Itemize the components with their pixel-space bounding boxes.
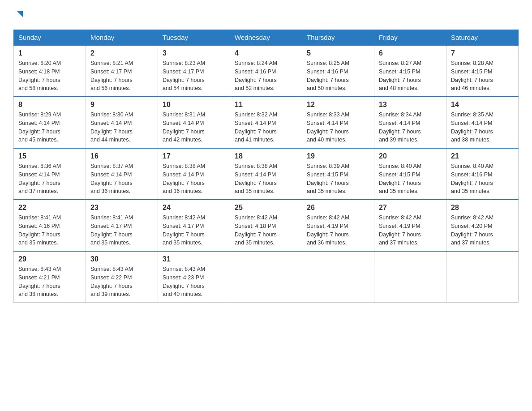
day-info: Sunrise: 8:43 AMSunset: 4:22 PMDaylight:… xyxy=(90,265,153,299)
day-info: Sunrise: 8:28 AMSunset: 4:15 PMDaylight:… xyxy=(451,59,514,93)
day-info: Sunrise: 8:42 AMSunset: 4:20 PMDaylight:… xyxy=(451,214,514,247)
calendar-week-4: 22 Sunrise: 8:41 AMSunset: 4:16 PMDaylig… xyxy=(14,200,519,251)
calendar-week-1: 1 Sunrise: 8:20 AMSunset: 4:18 PMDayligh… xyxy=(14,45,519,97)
day-info: Sunrise: 8:42 AMSunset: 4:19 PMDaylight:… xyxy=(307,214,369,247)
day-number: 5 xyxy=(307,49,369,57)
header-wednesday: Wednesday xyxy=(230,30,302,46)
header-sunday: Sunday xyxy=(14,30,86,46)
day-number: 1 xyxy=(18,49,81,57)
calendar-cell: 16 Sunrise: 8:37 AMSunset: 4:14 PMDaylig… xyxy=(86,148,158,200)
day-info: Sunrise: 8:42 AMSunset: 4:19 PMDaylight:… xyxy=(379,214,442,247)
calendar-cell: 17 Sunrise: 8:38 AMSunset: 4:14 PMDaylig… xyxy=(158,148,230,200)
header-monday: Monday xyxy=(86,30,158,46)
calendar-cell: 8 Sunrise: 8:29 AMSunset: 4:14 PMDayligh… xyxy=(14,97,86,148)
calendar-header-row: SundayMondayTuesdayWednesdayThursdayFrid… xyxy=(14,30,519,46)
calendar-cell xyxy=(302,251,374,303)
day-info: Sunrise: 8:34 AMSunset: 4:14 PMDaylight:… xyxy=(379,111,442,144)
header-thursday: Thursday xyxy=(302,30,374,46)
calendar-cell: 13 Sunrise: 8:34 AMSunset: 4:14 PMDaylig… xyxy=(374,97,446,148)
day-info: Sunrise: 8:27 AMSunset: 4:15 PMDaylight:… xyxy=(379,59,442,93)
day-info: Sunrise: 8:33 AMSunset: 4:14 PMDaylight:… xyxy=(307,111,369,144)
calendar-week-3: 15 Sunrise: 8:36 AMSunset: 4:14 PMDaylig… xyxy=(14,148,519,200)
day-number: 31 xyxy=(163,255,225,263)
day-info: Sunrise: 8:43 AMSunset: 4:23 PMDaylight:… xyxy=(163,265,225,299)
calendar-cell: 23 Sunrise: 8:41 AMSunset: 4:17 PMDaylig… xyxy=(86,200,158,251)
svg-marker-0 xyxy=(17,11,23,17)
calendar-cell: 25 Sunrise: 8:42 AMSunset: 4:18 PMDaylig… xyxy=(230,200,302,251)
day-info: Sunrise: 8:42 AMSunset: 4:17 PMDaylight:… xyxy=(163,214,225,247)
day-number: 12 xyxy=(307,101,369,109)
calendar-cell: 4 Sunrise: 8:24 AMSunset: 4:16 PMDayligh… xyxy=(230,45,302,97)
day-info: Sunrise: 8:30 AMSunset: 4:14 PMDaylight:… xyxy=(90,111,153,144)
day-info: Sunrise: 8:21 AMSunset: 4:17 PMDaylight:… xyxy=(90,59,153,93)
logo xyxy=(13,9,25,21)
day-number: 29 xyxy=(18,255,81,263)
day-info: Sunrise: 8:20 AMSunset: 4:18 PMDaylight:… xyxy=(18,59,81,93)
day-number: 18 xyxy=(235,152,297,160)
day-number: 30 xyxy=(90,255,153,263)
day-info: Sunrise: 8:42 AMSunset: 4:18 PMDaylight:… xyxy=(235,214,297,247)
day-number: 6 xyxy=(379,49,442,57)
day-info: Sunrise: 8:32 AMSunset: 4:14 PMDaylight:… xyxy=(235,111,297,144)
day-number: 17 xyxy=(163,152,225,160)
calendar-cell xyxy=(374,251,446,303)
day-number: 26 xyxy=(307,204,369,212)
day-number: 10 xyxy=(163,101,225,109)
day-number: 14 xyxy=(451,101,514,109)
calendar-cell: 27 Sunrise: 8:42 AMSunset: 4:19 PMDaylig… xyxy=(374,200,446,251)
day-info: Sunrise: 8:41 AMSunset: 4:16 PMDaylight:… xyxy=(18,214,81,247)
calendar-week-5: 29 Sunrise: 8:43 AMSunset: 4:21 PMDaylig… xyxy=(14,251,519,303)
day-info: Sunrise: 8:25 AMSunset: 4:16 PMDaylight:… xyxy=(307,59,369,93)
calendar-cell: 24 Sunrise: 8:42 AMSunset: 4:17 PMDaylig… xyxy=(158,200,230,251)
day-number: 27 xyxy=(379,204,442,212)
day-info: Sunrise: 8:41 AMSunset: 4:17 PMDaylight:… xyxy=(90,214,153,247)
day-number: 4 xyxy=(235,49,297,57)
day-number: 11 xyxy=(235,101,297,109)
day-info: Sunrise: 8:43 AMSunset: 4:21 PMDaylight:… xyxy=(18,265,81,299)
day-info: Sunrise: 8:24 AMSunset: 4:16 PMDaylight:… xyxy=(235,59,297,93)
day-info: Sunrise: 8:40 AMSunset: 4:15 PMDaylight:… xyxy=(379,162,442,196)
day-info: Sunrise: 8:23 AMSunset: 4:17 PMDaylight:… xyxy=(163,59,225,93)
day-info: Sunrise: 8:37 AMSunset: 4:14 PMDaylight:… xyxy=(90,162,153,196)
logo-arrow-icon xyxy=(15,9,25,21)
day-number: 2 xyxy=(90,49,153,57)
day-number: 21 xyxy=(451,152,514,160)
calendar-cell: 15 Sunrise: 8:36 AMSunset: 4:14 PMDaylig… xyxy=(14,148,86,200)
calendar-cell: 3 Sunrise: 8:23 AMSunset: 4:17 PMDayligh… xyxy=(158,45,230,97)
calendar-cell: 31 Sunrise: 8:43 AMSunset: 4:23 PMDaylig… xyxy=(158,251,230,303)
day-number: 15 xyxy=(18,152,81,160)
day-info: Sunrise: 8:35 AMSunset: 4:14 PMDaylight:… xyxy=(451,111,514,144)
day-number: 24 xyxy=(163,204,225,212)
calendar-cell: 30 Sunrise: 8:43 AMSunset: 4:22 PMDaylig… xyxy=(86,251,158,303)
calendar-cell: 18 Sunrise: 8:38 AMSunset: 4:14 PMDaylig… xyxy=(230,148,302,200)
calendar-cell: 1 Sunrise: 8:20 AMSunset: 4:18 PMDayligh… xyxy=(14,45,86,97)
calendar-cell xyxy=(230,251,302,303)
calendar-cell: 6 Sunrise: 8:27 AMSunset: 4:15 PMDayligh… xyxy=(374,45,446,97)
header-friday: Friday xyxy=(374,30,446,46)
day-number: 16 xyxy=(90,152,153,160)
calendar-cell: 12 Sunrise: 8:33 AMSunset: 4:14 PMDaylig… xyxy=(302,97,374,148)
calendar-week-2: 8 Sunrise: 8:29 AMSunset: 4:14 PMDayligh… xyxy=(14,97,519,148)
day-number: 7 xyxy=(451,49,514,57)
day-info: Sunrise: 8:31 AMSunset: 4:14 PMDaylight:… xyxy=(163,111,225,144)
calendar-cell: 10 Sunrise: 8:31 AMSunset: 4:14 PMDaylig… xyxy=(158,97,230,148)
calendar-cell: 14 Sunrise: 8:35 AMSunset: 4:14 PMDaylig… xyxy=(446,97,519,148)
calendar-cell: 21 Sunrise: 8:40 AMSunset: 4:16 PMDaylig… xyxy=(446,148,519,200)
calendar-cell: 26 Sunrise: 8:42 AMSunset: 4:19 PMDaylig… xyxy=(302,200,374,251)
calendar-cell: 5 Sunrise: 8:25 AMSunset: 4:16 PMDayligh… xyxy=(302,45,374,97)
calendar-cell: 9 Sunrise: 8:30 AMSunset: 4:14 PMDayligh… xyxy=(86,97,158,148)
day-number: 9 xyxy=(90,101,153,109)
day-info: Sunrise: 8:29 AMSunset: 4:14 PMDaylight:… xyxy=(18,111,81,144)
day-info: Sunrise: 8:36 AMSunset: 4:14 PMDaylight:… xyxy=(18,162,81,196)
calendar-cell: 11 Sunrise: 8:32 AMSunset: 4:14 PMDaylig… xyxy=(230,97,302,148)
day-number: 20 xyxy=(379,152,442,160)
calendar-cell xyxy=(446,251,519,303)
day-info: Sunrise: 8:40 AMSunset: 4:16 PMDaylight:… xyxy=(451,162,514,196)
calendar-cell: 7 Sunrise: 8:28 AMSunset: 4:15 PMDayligh… xyxy=(446,45,519,97)
page-header xyxy=(13,9,519,21)
header-tuesday: Tuesday xyxy=(158,30,230,46)
day-info: Sunrise: 8:39 AMSunset: 4:15 PMDaylight:… xyxy=(307,162,369,196)
day-number: 23 xyxy=(90,204,153,212)
calendar-cell: 20 Sunrise: 8:40 AMSunset: 4:15 PMDaylig… xyxy=(374,148,446,200)
calendar-cell: 19 Sunrise: 8:39 AMSunset: 4:15 PMDaylig… xyxy=(302,148,374,200)
